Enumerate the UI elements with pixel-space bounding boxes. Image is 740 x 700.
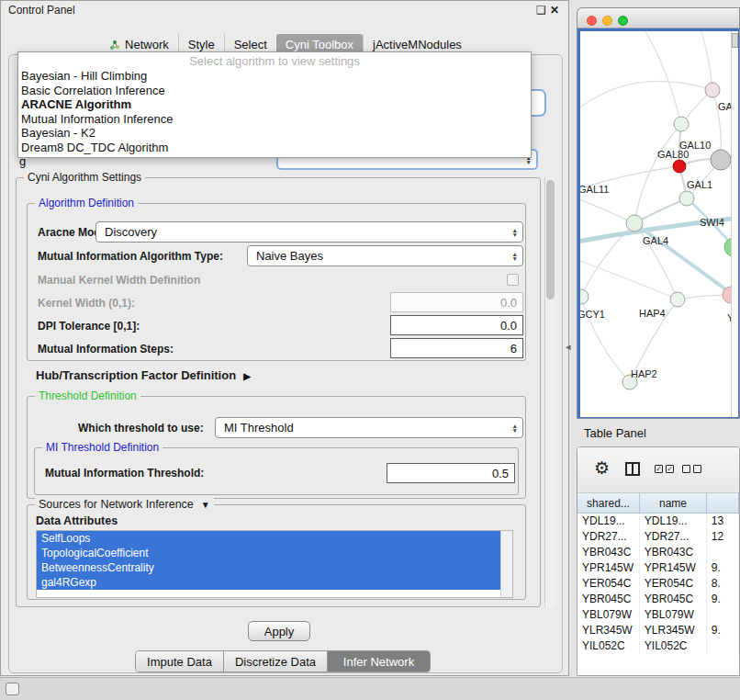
dropdown-item-basic-correlation-inference[interactable]: Basic Correlation Inference <box>18 84 531 98</box>
network-canvas[interactable]: GAL80GAL10GAL7GAL11GAL1SWI4GAL4GCY1HAP4H… <box>580 31 738 417</box>
column-header-name[interactable]: name <box>640 493 707 513</box>
checked-box-icon: ✓ <box>666 465 674 473</box>
close-window-icon[interactable]: ✕ <box>550 4 559 17</box>
table-body: YDL19...YDL19...13YDR27...YDR27...12YBR0… <box>577 514 739 654</box>
mi-steps-label: Mutual Information Steps: <box>38 342 174 356</box>
dropdown-item-bayesian-k2[interactable]: Bayesian - K2 <box>18 126 531 141</box>
select-all-checks-icon[interactable]: ✓ ✓ <box>655 465 674 473</box>
aracne-mode-combobox[interactable]: Discovery <box>95 221 523 243</box>
control-panel-titlebar[interactable]: Control Panel ❑ ✕ <box>1 1 568 19</box>
tab-label: Network <box>125 38 169 51</box>
table-row[interactable]: YPR145WYPR145W9. <box>577 560 739 576</box>
deselect-all-checks-icon[interactable] <box>682 465 701 473</box>
table-row[interactable]: YBL079WYBL079W <box>577 607 739 623</box>
mi-algorithm-type-combobox[interactable]: Naive Bayes <box>247 245 523 266</box>
table-cell: YDR27... <box>577 529 640 545</box>
table-cell: YIL052C <box>640 638 707 654</box>
network-node[interactable] <box>674 117 689 131</box>
bottom-tab-infer-network[interactable]: Infer Network <box>327 651 430 672</box>
table-row[interactable]: YDL19...YDL19...13 <box>577 514 739 529</box>
bottom-tab-discretize-data[interactable]: Discretize Data <box>223 651 327 672</box>
dropdown-item-aracne-algorithm[interactable]: ARACNE Algorithm <box>18 97 531 112</box>
network-window-titlebar[interactable] <box>577 8 739 28</box>
node-label-hap4: HAP4 <box>639 308 666 319</box>
settings-scrollbar-thumb[interactable] <box>546 180 555 299</box>
tab-label: jActiveMNodules <box>373 38 462 51</box>
columns-icon[interactable] <box>625 462 640 476</box>
kernel-width-field[interactable]: 0.0 <box>390 292 523 312</box>
table-cell: YDL19... <box>640 514 707 529</box>
settings-scrollbar[interactable] <box>544 177 555 607</box>
field-value: 0.0 <box>500 296 517 310</box>
collapsed-arrow-icon: ▶ <box>243 371 251 381</box>
table-cell: YER054C <box>640 576 707 592</box>
table-row[interactable]: YBR045CYBR045C9. <box>577 592 739 607</box>
column-header-shared[interactable]: shared... <box>577 493 640 513</box>
table-cell: 9. <box>707 560 739 576</box>
panel-splitter-arrow[interactable]: ◂ <box>566 341 571 353</box>
bottom-status-strip <box>0 677 740 700</box>
apply-button-label: Apply <box>264 625 295 638</box>
table-cell: YER054C <box>577 576 640 592</box>
network-node[interactable] <box>711 150 731 170</box>
restore-panel-icon[interactable] <box>6 683 19 695</box>
control-panel-window: Control Panel ❑ ✕ NetworkStyleSelectCyni… <box>0 0 569 676</box>
table-cell: YBL079W <box>640 607 707 623</box>
attribute-item-topologicalcoefficient[interactable]: TopologicalCoefficient <box>37 546 501 560</box>
manual-kernel-width-label: Manual Kernel Width Definition <box>38 273 200 288</box>
data-attributes-list[interactable]: SelfLoopsTopologicalCoefficientBetweenne… <box>36 530 513 598</box>
screen: Control Panel ❑ ✕ NetworkStyleSelectCyni… <box>0 0 740 700</box>
zoom-traffic-light-icon[interactable] <box>618 16 628 26</box>
attribute-item-selfloops[interactable]: SelfLoops <box>37 531 501 546</box>
apply-button[interactable]: Apply <box>248 621 310 641</box>
which-threshold-combobox[interactable]: MI Threshold <box>215 417 523 438</box>
network-node[interactable] <box>673 160 686 173</box>
close-traffic-light-icon[interactable] <box>587 16 597 26</box>
table-row[interactable]: YER054CYER054C8. <box>577 576 739 592</box>
table-row[interactable]: YDR27...YDR27...12 <box>577 529 739 545</box>
dropdown-item-mutual-information-inference[interactable]: Mutual Information Inference <box>18 112 531 127</box>
attribute-item-gal4rgexp[interactable]: gal4RGexp <box>37 575 501 590</box>
attributes-list-scrollbar[interactable] <box>500 531 512 597</box>
network-node[interactable] <box>626 215 643 231</box>
group-title: Threshold Definition <box>35 390 140 402</box>
mi-threshold-field[interactable]: 0.5 <box>387 463 515 483</box>
network-node[interactable] <box>679 191 694 206</box>
network-node[interactable] <box>670 292 685 307</box>
table-cell: YIL052C <box>577 638 640 654</box>
table-row[interactable]: YIL052CYIL052C <box>577 638 739 654</box>
attribute-item-betweennesscentrality[interactable]: BetweennessCentrality <box>37 560 501 575</box>
hub-factor-label: Hub/Transcription Factor Definition <box>36 368 236 382</box>
field-value: 0.5 <box>492 467 509 480</box>
network-edge <box>634 124 681 223</box>
node-label-swi4: SWI4 <box>700 217 724 228</box>
sources-section-toggle[interactable]: Sources for Network Inference▼ <box>35 498 214 511</box>
manual-kernel-width-checkbox[interactable] <box>507 274 519 286</box>
table-cell: YBR043C <box>577 545 640 560</box>
network-node[interactable] <box>705 83 720 97</box>
combo-value: MI Threshold <box>224 421 294 435</box>
dropdown-item-bayesian-hill-climbing[interactable]: Bayesian - Hill Climbing <box>18 69 531 84</box>
bottom-tab-impute-data[interactable]: Impute Data <box>136 651 223 672</box>
hub-factor-section-toggle[interactable]: Hub/Transcription Factor Definition▶ <box>36 368 251 384</box>
network-vertical-scrollbar[interactable] <box>731 31 738 417</box>
dropdown-placeholder: Select algorithm to view settings <box>18 53 531 69</box>
node-label-gal1: GAL1 <box>687 179 712 190</box>
column-header-2[interactable] <box>707 493 739 513</box>
float-window-icon[interactable]: ❑ <box>536 4 546 17</box>
mi-steps-field[interactable]: 6 <box>390 338 523 358</box>
table-row[interactable]: YBR043CYBR043C <box>577 545 739 560</box>
combo-stepper-icon <box>512 423 518 433</box>
network-icon <box>109 40 120 51</box>
dpi-tolerance-field[interactable]: 0.0 <box>390 315 523 335</box>
node-label-gal4: GAL4 <box>643 235 668 246</box>
table-cell <box>707 545 739 560</box>
gear-icon[interactable]: ⚙ <box>594 459 610 478</box>
minimize-traffic-light-icon[interactable] <box>602 16 612 26</box>
table-row[interactable]: YLR345WYLR345W9. <box>577 623 739 638</box>
network-view-window: GAL80GAL10GAL7GAL11GAL1SWI4GAL4GCY1HAP4H… <box>577 7 740 419</box>
network-scrollbar-thumb[interactable] <box>732 33 738 48</box>
dropdown-item-dream8-dc-tdc-algorithm[interactable]: Dream8 DC_TDC Algorithm <box>18 141 531 155</box>
mi-algorithm-type-label: Mutual Information Algorithm Type: <box>38 249 223 264</box>
network-node[interactable] <box>580 289 589 304</box>
